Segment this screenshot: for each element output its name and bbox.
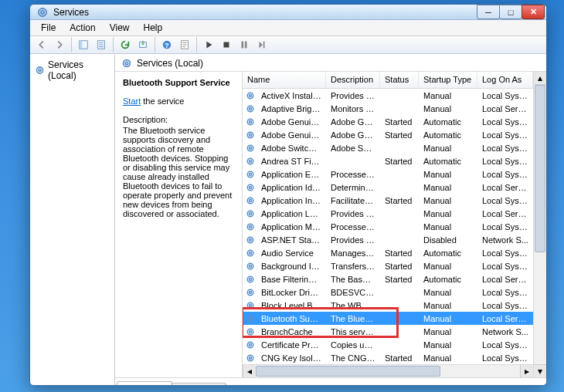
menu-view[interactable]: View	[104, 20, 136, 35]
titlebar[interactable]: Services ─ □ ✕	[30, 5, 546, 20]
cell-status: Started	[380, 196, 419, 205]
cell-startup-type: Manual	[419, 222, 477, 231]
cell-status: Started	[380, 262, 419, 271]
cell-name: Application Layer ...	[257, 209, 326, 218]
scroll-right-arrow[interactable]: ▸	[520, 365, 533, 377]
table-row[interactable]: Adobe Genuine S...Adobe Gen...StartedAut…	[243, 128, 533, 141]
svg-point-51	[247, 316, 253, 322]
col-logon-as[interactable]: Log On As	[477, 72, 533, 88]
table-row[interactable]: Adaptive BrightnessMonitors a...ManualLo…	[243, 102, 533, 115]
table-row[interactable]: Application Mana...Processes in...Manual…	[243, 220, 533, 233]
menu-help[interactable]: Help	[138, 20, 169, 35]
table-row[interactable]: Application IdentityDetermines ...Manual…	[243, 181, 533, 194]
table-row[interactable]: ActiveX Installer (...Provides Us...Manu…	[243, 89, 533, 102]
refresh-button[interactable]	[117, 36, 134, 53]
table-row[interactable]: Adobe SwitchBoardAdobe Swit...ManualLoca…	[243, 141, 533, 154]
tab-standard[interactable]: Standard	[172, 383, 226, 386]
maximize-button[interactable]: □	[499, 5, 522, 19]
table-row[interactable]: Base Filtering Engi...The Base Fil...Sta…	[243, 272, 533, 286]
svg-point-57	[247, 355, 253, 361]
col-startup-type[interactable]: Startup Type	[419, 72, 477, 88]
cell-startup-type: Manual	[419, 183, 477, 192]
col-status[interactable]: Status	[380, 72, 419, 88]
cell-startup-type: Automatic	[419, 130, 477, 140]
start-service-button[interactable]	[200, 36, 217, 53]
show-hide-tree-button[interactable]	[75, 36, 92, 53]
cell-name: ASP.NET State Ser...	[257, 235, 326, 245]
cell-logon-as: Local Syste...	[477, 130, 533, 140]
table-row[interactable]: Audio ServiceManages au...StartedAutomat…	[243, 246, 533, 259]
menu-action[interactable]: Action	[63, 20, 101, 35]
hscroll-thumb[interactable]	[256, 366, 440, 377]
cell-description: The Bluetoo...	[326, 314, 380, 323]
cell-description: Adobe Gen...	[326, 117, 380, 127]
scroll-down-arrow[interactable]: ▾	[534, 364, 546, 377]
export-button[interactable]	[93, 36, 110, 53]
gear-icon	[243, 91, 257, 100]
properties-button[interactable]	[176, 36, 193, 53]
export-list-button[interactable]	[134, 36, 151, 53]
vscroll-track[interactable]	[534, 85, 546, 364]
help-button[interactable]: ?	[158, 36, 175, 53]
cell-logon-as: Local Syste...	[477, 353, 533, 363]
table-row[interactable]: Bluetooth Support...The Bluetoo...Manual…	[243, 312, 533, 325]
cell-logon-as: Local Syste...	[477, 91, 533, 100]
stop-service-button[interactable]	[218, 36, 235, 53]
svg-point-30	[250, 173, 252, 175]
gear-icon	[243, 144, 257, 153]
gear-icon	[243, 353, 257, 363]
menu-file[interactable]: File	[35, 20, 62, 35]
table-row[interactable]: Background Intelli...Transfers fil...Sta…	[243, 259, 533, 272]
restart-service-button[interactable]	[253, 36, 270, 53]
vscroll-thumb[interactable]	[535, 85, 545, 252]
table-row[interactable]: Application Experi...Processes a...Manua…	[243, 167, 533, 181]
back-button[interactable]	[33, 36, 50, 53]
gear-icon	[243, 248, 257, 258]
tree-root-label: Services (Local)	[48, 59, 110, 81]
cell-name: Base Filtering Engi...	[257, 275, 326, 284]
hscroll-track[interactable]	[256, 365, 520, 377]
table-row[interactable]: Certificate Propag...Copies user ...Manu…	[243, 338, 533, 351]
tab-extended[interactable]: Extended	[117, 381, 172, 386]
table-row[interactable]: Application Infor...Facilitates t...Star…	[243, 194, 533, 207]
table-row[interactable]: BitLocker Drive En...BDESVC hos...Manual…	[243, 286, 533, 299]
cell-startup-type: Manual	[419, 196, 477, 205]
svg-point-26	[250, 147, 252, 149]
vertical-scrollbar[interactable]: ▴ ▾	[533, 72, 546, 377]
minimize-button[interactable]: ─	[477, 5, 500, 19]
tree-root-services-local[interactable]: Services (Local)	[32, 58, 113, 83]
table-row[interactable]: Application Layer ...Provides su...Manua…	[243, 207, 533, 220]
cell-logon-as: Local Syste...	[477, 157, 533, 166]
table-row[interactable]: Adobe Genuine M...Adobe Gen...StartedAut…	[243, 115, 533, 128]
close-button[interactable]: ✕	[522, 5, 545, 19]
cell-description: Transfers fil...	[326, 262, 380, 271]
svg-point-28	[250, 160, 252, 162]
table-row[interactable]: BranchCacheThis service ...ManualNetwork…	[243, 325, 533, 338]
cell-name: Block Level Backu...	[257, 301, 326, 310]
scroll-up-arrow[interactable]: ▴	[534, 72, 546, 85]
cell-logon-as: Local Service	[477, 183, 533, 192]
col-description[interactable]: Description	[326, 72, 380, 88]
table-row[interactable]: Block Level Backu...The WBEN...ManualLoc…	[243, 299, 533, 312]
gear-icon	[243, 235, 257, 245]
table-row[interactable]: CNG Key IsolationThe CNG ke...StartedMan…	[243, 351, 533, 364]
start-service-link[interactable]: Start	[123, 96, 141, 106]
svg-point-24	[250, 133, 252, 136]
gear-icon	[243, 301, 257, 310]
cell-name: Application Experi...	[257, 170, 326, 179]
pause-service-button[interactable]	[236, 36, 253, 53]
cell-description: Determines ...	[326, 183, 380, 192]
scroll-left-arrow[interactable]: ◂	[243, 365, 256, 377]
detail-pane: Bluetooth Support Service Start the serv…	[115, 72, 243, 377]
col-name[interactable]: Name	[243, 72, 326, 88]
gear-icon	[243, 262, 257, 271]
cell-name: CNG Key Isolation	[257, 353, 326, 363]
table-row[interactable]: ASP.NET State Ser...Provides su...Disabl…	[243, 233, 533, 246]
svg-point-40	[250, 238, 252, 241]
horizontal-scrollbar[interactable]: ◂ ▸	[243, 364, 533, 377]
cell-name: Adobe Genuine S...	[257, 130, 326, 140]
svg-point-31	[247, 184, 253, 191]
nav-tree: Services (Local)	[30, 55, 115, 386]
table-row[interactable]: Andrea ST Filters S...StartedAutomaticLo…	[243, 154, 533, 167]
forward-button[interactable]	[51, 36, 68, 53]
